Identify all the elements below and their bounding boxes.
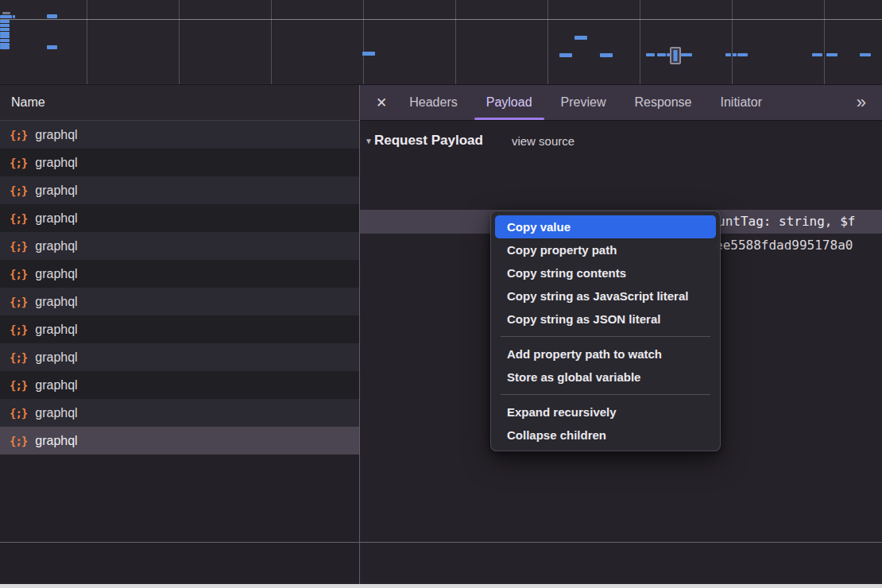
request-row[interactable]: {;}graphql bbox=[0, 343, 359, 371]
json-request-icon: {;} bbox=[10, 435, 27, 447]
view-source-link[interactable]: view source bbox=[512, 134, 574, 148]
network-activity-bar bbox=[559, 53, 572, 57]
request-row[interactable]: {;}graphql bbox=[0, 232, 359, 260]
query-value-fragment: untTag: string, $f bbox=[718, 210, 855, 234]
request-name-label: graphql bbox=[35, 128, 77, 142]
network-activity-bar bbox=[47, 45, 57, 49]
request-row[interactable]: {;}graphql bbox=[0, 399, 359, 427]
json-request-icon: {;} bbox=[10, 296, 27, 308]
request-name-label: graphql bbox=[35, 295, 77, 309]
json-request-icon: {;} bbox=[10, 268, 27, 280]
json-request-icon: {;} bbox=[10, 240, 27, 253]
menu-separator bbox=[501, 394, 710, 395]
request-rows: {;}graphql{;}graphql{;}graphql{;}graphql… bbox=[0, 121, 359, 455]
tab-preview[interactable]: Preview bbox=[549, 85, 618, 120]
network-activity-bar bbox=[362, 52, 375, 56]
menu-item-copy-string-as-javascript-literal[interactable]: Copy string as JavaScript literal bbox=[491, 284, 720, 308]
network-activity-bar bbox=[2, 12, 10, 14]
menu-item-copy-string-contents[interactable]: Copy string contents bbox=[491, 261, 720, 284]
section-title: Request Payload bbox=[374, 133, 483, 149]
menu-item-add-property-path-to-watch[interactable]: Add property path to watch bbox=[491, 342, 720, 366]
network-activity-bar bbox=[860, 53, 871, 56]
network-activity-bar bbox=[0, 35, 10, 38]
tab-initiator[interactable]: Initiator bbox=[709, 85, 774, 120]
network-activity-bar bbox=[13, 15, 15, 18]
variables-preview-fragment: ee5588fdad995178a0 bbox=[715, 234, 853, 257]
json-request-icon: {;} bbox=[10, 157, 27, 169]
name-column-header[interactable]: Name bbox=[0, 85, 359, 121]
network-activity-bar bbox=[47, 14, 57, 18]
menu-item-expand-recursively[interactable]: Expand recursively bbox=[491, 400, 720, 424]
request-row[interactable]: {;}graphql bbox=[0, 288, 359, 315]
menu-item-store-as-global-variable[interactable]: Store as global variable bbox=[491, 366, 720, 389]
request-name-label: graphql bbox=[35, 239, 77, 253]
network-activity-bar bbox=[0, 20, 10, 23]
network-activity-bar bbox=[737, 53, 748, 56]
section-collapse-icon[interactable]: ▼ bbox=[365, 137, 373, 145]
network-overview-timeline[interactable] bbox=[0, 0, 882, 84]
request-row[interactable]: {;}graphql bbox=[0, 176, 359, 204]
more-tabs-icon[interactable]: » bbox=[857, 85, 866, 120]
request-name-label: graphql bbox=[35, 323, 77, 337]
request-name-label: graphql bbox=[35, 156, 77, 170]
request-row[interactable]: {;}graphql bbox=[0, 149, 359, 176]
request-row[interactable]: {;}graphql bbox=[0, 204, 359, 232]
network-activity-bar bbox=[0, 46, 10, 49]
request-row[interactable]: {;}graphql bbox=[0, 315, 359, 343]
request-name-label: graphql bbox=[35, 350, 77, 365]
window-bottom-edge bbox=[0, 584, 882, 588]
request-payload-section-header: ▼ Request Payload view source bbox=[360, 121, 882, 151]
detail-tabbar: ✕ HeadersPayloadPreviewResponseInitiator… bbox=[360, 85, 882, 121]
selected-request-bar bbox=[674, 50, 678, 61]
network-activity-bar bbox=[0, 15, 12, 18]
request-name-label: graphql bbox=[35, 184, 77, 198]
network-panel-body: Name {;}graphql{;}graphql{;}graphql{;}gr… bbox=[0, 84, 882, 588]
network-activity-bar bbox=[600, 53, 613, 57]
name-column-label: Name bbox=[11, 95, 45, 109]
menu-item-copy-value[interactable]: Copy value bbox=[495, 215, 716, 238]
network-activity-bar bbox=[681, 53, 692, 56]
network-activity-bar bbox=[826, 53, 838, 56]
tab-response[interactable]: Response bbox=[622, 85, 703, 120]
request-row[interactable]: {;}graphql bbox=[0, 427, 359, 455]
payload-root-row[interactable]: ▼ {operationName: "ipFlowTimeseries", va… bbox=[360, 162, 882, 186]
request-name-label: graphql bbox=[35, 378, 77, 393]
close-icon[interactable]: ✕ bbox=[368, 95, 395, 111]
context-menu: Copy valueCopy property pathCopy string … bbox=[490, 211, 721, 451]
menu-item-copy-property-path[interactable]: Copy property path bbox=[491, 238, 720, 261]
network-activity-bar bbox=[0, 28, 10, 31]
request-name-label: graphql bbox=[35, 267, 77, 281]
json-request-icon: {;} bbox=[10, 351, 27, 364]
menu-item-collapse-children[interactable]: Collapse children bbox=[491, 424, 720, 447]
tab-payload[interactable]: Payload bbox=[474, 85, 544, 120]
network-activity-bar bbox=[812, 53, 822, 56]
json-request-icon: {;} bbox=[10, 407, 27, 420]
json-request-icon: {;} bbox=[10, 184, 27, 197]
request-row[interactable]: {;}graphql bbox=[0, 260, 359, 288]
bottom-divider bbox=[0, 542, 882, 543]
json-request-icon: {;} bbox=[10, 129, 27, 141]
request-name-label: graphql bbox=[35, 406, 77, 420]
tab-headers[interactable]: Headers bbox=[397, 85, 469, 120]
network-activity-bar bbox=[657, 53, 666, 56]
json-request-icon: {;} bbox=[10, 212, 27, 225]
menu-separator bbox=[501, 336, 710, 337]
request-name-label: graphql bbox=[35, 434, 77, 448]
overview-selection-marker[interactable] bbox=[670, 47, 681, 64]
network-activity-bar bbox=[574, 36, 587, 40]
json-request-icon: {;} bbox=[10, 323, 27, 336]
network-activity-bar bbox=[0, 39, 10, 42]
operation-name-row[interactable]: operationName: "ipFlowTimeseries" bbox=[360, 186, 882, 210]
request-row[interactable]: {;}graphql bbox=[0, 371, 359, 399]
network-activity-bar bbox=[0, 24, 10, 27]
request-name-label: graphql bbox=[35, 211, 77, 226]
overview-grid-line bbox=[0, 19, 882, 20]
network-activity-bar bbox=[725, 53, 731, 56]
request-list-pane: Name {;}graphql{;}graphql{;}graphql{;}gr… bbox=[0, 85, 360, 588]
network-activity-bar bbox=[646, 53, 655, 56]
network-activity-bar bbox=[733, 53, 737, 56]
json-request-icon: {;} bbox=[10, 379, 27, 392]
menu-item-copy-string-as-json-literal[interactable]: Copy string as JSON literal bbox=[491, 308, 720, 331]
request-row[interactable]: {;}graphql bbox=[0, 121, 359, 149]
